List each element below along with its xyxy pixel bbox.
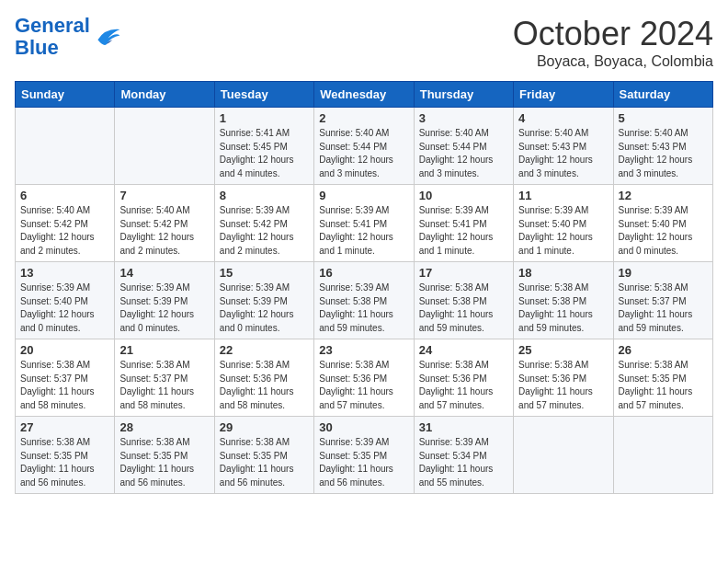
day-detail: Sunrise: 5:39 AM Sunset: 5:39 PM Dayligh… xyxy=(119,282,209,335)
day-number: 18 xyxy=(518,266,608,280)
calendar-week-row: 13Sunrise: 5:39 AM Sunset: 5:40 PM Dayli… xyxy=(16,262,713,339)
calendar-day-cell: 8Sunrise: 5:39 AM Sunset: 5:42 PM Daylig… xyxy=(214,185,313,262)
day-detail: Sunrise: 5:39 AM Sunset: 5:40 PM Dayligh… xyxy=(619,204,708,258)
day-detail: Sunrise: 5:40 AM Sunset: 5:42 PM Dayligh… xyxy=(119,204,209,258)
day-detail: Sunrise: 5:38 AM Sunset: 5:38 PM Dayligh… xyxy=(518,282,608,335)
logo: General Blue xyxy=(15,15,121,59)
day-number: 8 xyxy=(220,189,309,202)
day-detail: Sunrise: 5:39 AM Sunset: 5:41 PM Dayligh… xyxy=(419,204,508,258)
day-number: 13 xyxy=(20,266,109,280)
day-number: 16 xyxy=(319,266,408,280)
day-number: 15 xyxy=(220,266,309,280)
day-number: 20 xyxy=(20,343,109,357)
weekday-header-cell: Friday xyxy=(514,82,613,108)
title-block: October 2024 Boyaca, Boyaca, Colombia xyxy=(513,15,713,70)
calendar-day-cell: 6Sunrise: 5:40 AM Sunset: 5:42 PM Daylig… xyxy=(16,185,115,262)
month-title: October 2024 xyxy=(513,15,713,53)
day-detail: Sunrise: 5:39 AM Sunset: 5:39 PM Dayligh… xyxy=(220,282,309,335)
page-header: General Blue October 2024 Boyaca, Boyaca… xyxy=(15,15,713,70)
calendar-day-cell xyxy=(16,108,115,185)
day-detail: Sunrise: 5:41 AM Sunset: 5:45 PM Dayligh… xyxy=(220,127,309,180)
calendar-week-row: 6Sunrise: 5:40 AM Sunset: 5:42 PM Daylig… xyxy=(16,185,713,262)
calendar-day-cell: 7Sunrise: 5:40 AM Sunset: 5:42 PM Daylig… xyxy=(115,185,214,262)
weekday-header-cell: Tuesday xyxy=(214,82,313,108)
day-detail: Sunrise: 5:39 AM Sunset: 5:42 PM Dayligh… xyxy=(220,204,309,258)
calendar-day-cell: 22Sunrise: 5:38 AM Sunset: 5:36 PM Dayli… xyxy=(214,339,313,417)
calendar-day-cell: 9Sunrise: 5:39 AM Sunset: 5:41 PM Daylig… xyxy=(314,185,414,262)
day-number: 25 xyxy=(518,343,608,357)
calendar-day-cell: 29Sunrise: 5:38 AM Sunset: 5:35 PM Dayli… xyxy=(214,417,313,494)
day-number: 11 xyxy=(518,189,608,202)
day-detail: Sunrise: 5:38 AM Sunset: 5:36 PM Dayligh… xyxy=(220,359,309,412)
weekday-header-cell: Sunday xyxy=(16,82,115,108)
day-detail: Sunrise: 5:38 AM Sunset: 5:38 PM Dayligh… xyxy=(419,282,508,335)
calendar-day-cell: 14Sunrise: 5:39 AM Sunset: 5:39 PM Dayli… xyxy=(115,262,214,339)
weekday-header-cell: Wednesday xyxy=(314,82,414,108)
day-number: 19 xyxy=(619,266,708,280)
calendar-day-cell: 31Sunrise: 5:39 AM Sunset: 5:34 PM Dayli… xyxy=(414,417,513,494)
day-detail: Sunrise: 5:39 AM Sunset: 5:35 PM Dayligh… xyxy=(319,436,408,489)
calendar-day-cell: 1Sunrise: 5:41 AM Sunset: 5:45 PM Daylig… xyxy=(214,108,313,185)
calendar-day-cell: 17Sunrise: 5:38 AM Sunset: 5:38 PM Dayli… xyxy=(414,262,513,339)
calendar-day-cell: 30Sunrise: 5:39 AM Sunset: 5:35 PM Dayli… xyxy=(314,417,414,494)
day-detail: Sunrise: 5:38 AM Sunset: 5:35 PM Dayligh… xyxy=(220,436,309,489)
weekday-header-cell: Saturday xyxy=(613,82,712,108)
day-detail: Sunrise: 5:39 AM Sunset: 5:40 PM Dayligh… xyxy=(518,204,608,258)
weekday-header-row: SundayMondayTuesdayWednesdayThursdayFrid… xyxy=(16,82,713,108)
day-number: 2 xyxy=(319,111,408,125)
calendar-day-cell: 23Sunrise: 5:38 AM Sunset: 5:36 PM Dayli… xyxy=(314,339,414,417)
day-number: 9 xyxy=(319,189,408,202)
calendar-week-row: 20Sunrise: 5:38 AM Sunset: 5:37 PM Dayli… xyxy=(16,339,713,417)
calendar-week-row: 27Sunrise: 5:38 AM Sunset: 5:35 PM Dayli… xyxy=(16,417,713,494)
calendar-day-cell: 27Sunrise: 5:38 AM Sunset: 5:35 PM Dayli… xyxy=(16,417,115,494)
calendar-week-row: 1Sunrise: 5:41 AM Sunset: 5:45 PM Daylig… xyxy=(16,108,713,185)
calendar-day-cell xyxy=(115,108,214,185)
day-number: 28 xyxy=(119,420,209,434)
calendar-day-cell: 21Sunrise: 5:38 AM Sunset: 5:37 PM Dayli… xyxy=(115,339,214,417)
day-number: 30 xyxy=(319,420,408,434)
calendar-day-cell: 20Sunrise: 5:38 AM Sunset: 5:37 PM Dayli… xyxy=(16,339,115,417)
day-detail: Sunrise: 5:39 AM Sunset: 5:41 PM Dayligh… xyxy=(319,204,408,258)
day-detail: Sunrise: 5:38 AM Sunset: 5:37 PM Dayligh… xyxy=(119,359,209,412)
logo-text: General Blue xyxy=(15,15,90,59)
day-detail: Sunrise: 5:40 AM Sunset: 5:44 PM Dayligh… xyxy=(419,127,508,180)
day-number: 10 xyxy=(419,189,508,202)
day-detail: Sunrise: 5:40 AM Sunset: 5:44 PM Dayligh… xyxy=(319,127,408,180)
calendar-day-cell: 25Sunrise: 5:38 AM Sunset: 5:36 PM Dayli… xyxy=(514,339,613,417)
day-detail: Sunrise: 5:38 AM Sunset: 5:36 PM Dayligh… xyxy=(319,359,408,412)
calendar-day-cell: 18Sunrise: 5:38 AM Sunset: 5:38 PM Dayli… xyxy=(514,262,613,339)
day-detail: Sunrise: 5:38 AM Sunset: 5:36 PM Dayligh… xyxy=(518,359,608,412)
day-number: 29 xyxy=(220,420,309,434)
day-number: 14 xyxy=(119,266,209,280)
calendar-day-cell: 19Sunrise: 5:38 AM Sunset: 5:37 PM Dayli… xyxy=(613,262,712,339)
day-detail: Sunrise: 5:39 AM Sunset: 5:34 PM Dayligh… xyxy=(419,436,508,489)
calendar-day-cell: 12Sunrise: 5:39 AM Sunset: 5:40 PM Dayli… xyxy=(613,185,712,262)
day-detail: Sunrise: 5:39 AM Sunset: 5:40 PM Dayligh… xyxy=(20,282,109,335)
day-number: 24 xyxy=(419,343,508,357)
day-number: 4 xyxy=(518,111,608,125)
logo-bird-icon xyxy=(92,24,121,50)
day-number: 6 xyxy=(20,189,109,202)
day-number: 5 xyxy=(619,111,708,125)
day-number: 7 xyxy=(119,189,209,202)
day-number: 21 xyxy=(119,343,209,357)
calendar-day-cell: 11Sunrise: 5:39 AM Sunset: 5:40 PM Dayli… xyxy=(514,185,613,262)
day-detail: Sunrise: 5:38 AM Sunset: 5:35 PM Dayligh… xyxy=(20,436,109,489)
calendar-day-cell: 16Sunrise: 5:39 AM Sunset: 5:38 PM Dayli… xyxy=(314,262,414,339)
calendar-day-cell xyxy=(613,417,712,494)
day-number: 3 xyxy=(419,111,508,125)
calendar-day-cell: 3Sunrise: 5:40 AM Sunset: 5:44 PM Daylig… xyxy=(414,108,513,185)
day-number: 22 xyxy=(220,343,309,357)
day-detail: Sunrise: 5:38 AM Sunset: 5:36 PM Dayligh… xyxy=(419,359,508,412)
day-number: 17 xyxy=(419,266,508,280)
day-number: 26 xyxy=(619,343,708,357)
location: Boyaca, Boyaca, Colombia xyxy=(513,53,713,70)
day-detail: Sunrise: 5:39 AM Sunset: 5:38 PM Dayligh… xyxy=(319,282,408,335)
day-number: 31 xyxy=(419,420,508,434)
day-detail: Sunrise: 5:40 AM Sunset: 5:43 PM Dayligh… xyxy=(619,127,708,180)
day-detail: Sunrise: 5:38 AM Sunset: 5:35 PM Dayligh… xyxy=(119,436,209,489)
day-number: 1 xyxy=(220,111,309,125)
calendar-day-cell xyxy=(514,417,613,494)
day-number: 23 xyxy=(319,343,408,357)
day-number: 12 xyxy=(619,189,708,202)
